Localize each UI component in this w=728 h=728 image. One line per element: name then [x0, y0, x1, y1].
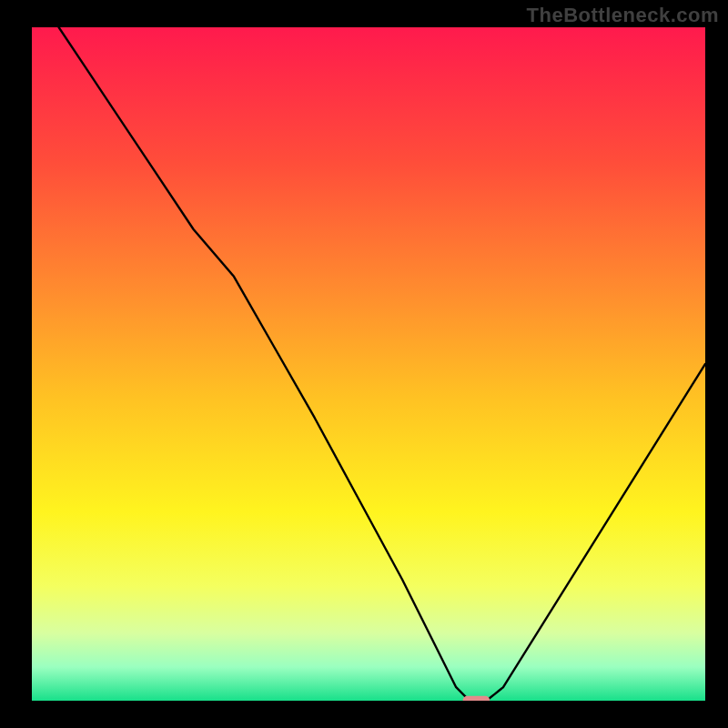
chart-svg: [32, 27, 705, 701]
plot-area: [32, 27, 705, 701]
gradient-background: [32, 27, 705, 701]
chart-frame: TheBottleneck.com: [0, 0, 728, 728]
sweet-spot-marker: [463, 696, 490, 701]
watermark-text: TheBottleneck.com: [527, 4, 719, 27]
